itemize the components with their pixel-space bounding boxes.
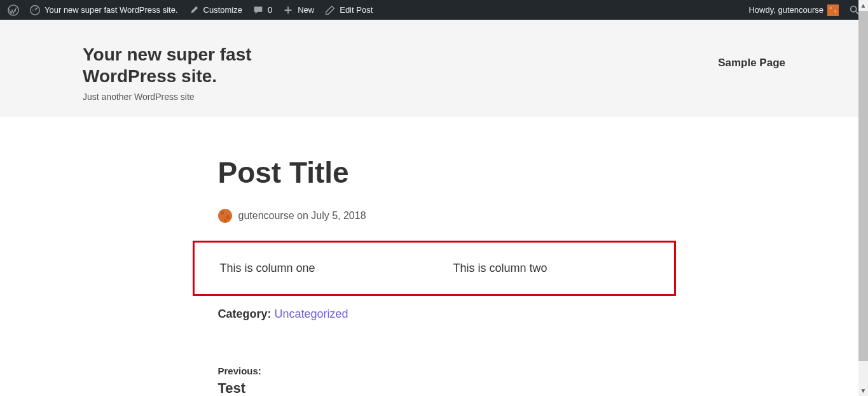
post: Post Title gutencourse on July 5, 2018 T… — [193, 155, 676, 396]
new-content-menu[interactable]: New — [277, 0, 319, 20]
category-line: Category: Uncategorized — [218, 308, 651, 321]
wordpress-icon — [8, 4, 19, 16]
nav-sample-page[interactable]: Sample Page — [718, 57, 785, 69]
prev-post-link[interactable]: Test — [218, 380, 651, 396]
scrollbar-down-icon[interactable]: ▼ — [858, 385, 868, 396]
my-account-menu[interactable]: Howdy, gutencourse — [743, 0, 844, 20]
column-one: This is column one — [220, 262, 415, 275]
post-title: Post Title — [218, 155, 651, 190]
post-meta: gutencourse on July 5, 2018 — [218, 209, 651, 223]
edit-post-label: Edit Post — [340, 5, 373, 15]
columns-block: This is column one This is column two — [193, 241, 676, 296]
site-branding: Your new super fast WordPress site. Just… — [83, 44, 312, 102]
scrollbar-up-icon[interactable]: ▲ — [858, 0, 868, 11]
scrollbar-thumb[interactable] — [858, 11, 868, 361]
site-tagline: Just another WordPress site — [83, 92, 312, 102]
post-meta-text: gutencourse on July 5, 2018 — [238, 210, 366, 222]
admin-bar-left: Your new super fast WordPress site. Cust… — [3, 0, 378, 20]
howdy-text: Howdy, gutencourse — [748, 5, 823, 15]
author-link[interactable]: gutencourse — [238, 210, 294, 221]
column-two: This is column two — [415, 262, 649, 275]
new-label: New — [298, 5, 314, 15]
category-link[interactable]: Uncategorized — [275, 308, 348, 320]
dashboard-icon — [29, 4, 41, 16]
scrollbar[interactable]: ▲ ▼ — [858, 0, 868, 396]
content-area: Post Title gutencourse on July 5, 2018 T… — [0, 117, 868, 396]
wp-logo-menu[interactable] — [3, 0, 24, 20]
comments-menu[interactable]: 0 — [247, 0, 277, 20]
post-date: July 5, 2018 — [311, 210, 366, 221]
comments-count: 0 — [268, 5, 272, 15]
wp-admin-bar: Your new super fast WordPress site. Cust… — [0, 0, 868, 20]
category-label: Category: — [218, 308, 272, 320]
edit-post-menu[interactable]: Edit Post — [319, 0, 378, 20]
svg-point-2 — [851, 6, 857, 11]
customize-label: Customize — [203, 5, 242, 15]
site-header: Your new super fast WordPress site. Just… — [0, 20, 868, 117]
avatar-icon — [827, 4, 839, 16]
post-navigation: Previous: Test — [218, 365, 651, 396]
prev-label: Previous: — [218, 365, 651, 376]
comment-icon — [252, 4, 264, 16]
site-title[interactable]: Your new super fast WordPress site. — [83, 44, 312, 87]
customize-menu[interactable]: Customize — [183, 0, 247, 20]
primary-nav: Sample Page — [718, 44, 785, 69]
admin-bar-right: Howdy, gutencourse — [743, 0, 865, 20]
admin-site-name: Your new super fast WordPress site. — [45, 5, 178, 15]
plus-icon — [282, 4, 294, 16]
author-avatar-icon — [218, 209, 232, 223]
brush-icon — [188, 4, 200, 16]
pencil-icon — [324, 4, 336, 16]
site-name-menu[interactable]: Your new super fast WordPress site. — [24, 0, 183, 20]
